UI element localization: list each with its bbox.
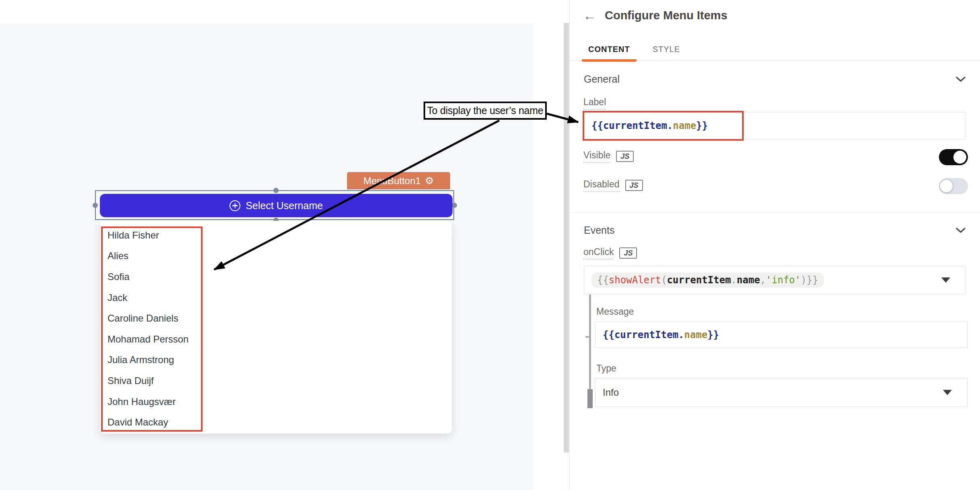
widget-name-label: MenuButton1 xyxy=(363,175,421,187)
plus-circle-icon xyxy=(229,200,240,211)
visible-label: Visible xyxy=(583,150,610,163)
section-divider xyxy=(569,212,980,213)
menu-item[interactable]: Jack xyxy=(100,287,452,308)
menu-item[interactable]: Caroline Daniels xyxy=(100,308,452,329)
label-input[interactable]: {{currentItem.name}} xyxy=(584,112,966,139)
message-label: Message xyxy=(596,306,634,317)
tab-style[interactable]: STYLE xyxy=(646,45,686,60)
section-heading-general: General xyxy=(584,73,620,85)
disabled-js-toggle[interactable]: JS xyxy=(625,180,643,191)
widget-name-tag[interactable]: MenuButton1 ⚙ xyxy=(347,172,450,189)
chevron-down-icon[interactable] xyxy=(956,77,966,82)
menu-item[interactable]: John Haugsvær xyxy=(100,391,452,412)
annotation-callout: To display the user’s name xyxy=(424,102,547,120)
menu-item[interactable]: Hilda Fisher xyxy=(100,225,452,246)
onclick-action-select[interactable]: {{showAlert(currentItem.name,'info')}} xyxy=(584,266,966,294)
menu-button-label: Select Username xyxy=(246,200,323,212)
menu-item[interactable]: Sofia xyxy=(100,266,452,287)
menu-item[interactable]: Julia Armstrong xyxy=(100,350,452,371)
pane-title: Configure Menu Items xyxy=(605,9,728,22)
back-arrow-icon[interactable]: ← xyxy=(583,9,596,22)
type-select[interactable]: Info xyxy=(595,378,968,407)
menu-item[interactable]: David Mackay xyxy=(100,412,452,433)
app-root: MenuButton1 ⚙ Select Username Hilda Fish… xyxy=(0,0,980,490)
property-pane: ← Configure Menu Items CONTENT STYLE xyxy=(569,0,980,490)
resize-handle-left[interactable] xyxy=(93,203,98,208)
label-input-value: {{currentItem.name}} xyxy=(591,120,708,131)
label-field-label: Label xyxy=(583,97,606,110)
pane-tabs: CONTENT STYLE xyxy=(570,40,980,61)
tab-content[interactable]: CONTENT xyxy=(582,45,637,60)
menu-button-widget[interactable]: Select Username xyxy=(100,194,453,217)
chevron-down-icon[interactable] xyxy=(956,228,966,233)
nested-fields-scrollbar-thumb[interactable] xyxy=(587,389,593,408)
onclick-js-toggle[interactable]: JS xyxy=(619,247,637,259)
visible-js-toggle[interactable]: JS xyxy=(616,151,634,162)
disabled-label: Disabled xyxy=(583,179,620,192)
message-input-value: {{currentItem.name}} xyxy=(603,329,719,341)
visible-toggle[interactable] xyxy=(939,149,968,165)
type-label: Type xyxy=(596,363,616,374)
section-heading-events: Events xyxy=(584,224,614,236)
onclick-action-value: {{showAlert(currentItem.name,'info')}} xyxy=(591,272,824,288)
menu-dropdown: Hilda FisherAliesSofiaJackCaroline Danie… xyxy=(100,221,452,434)
resize-handle-top[interactable] xyxy=(273,188,279,193)
message-input[interactable]: {{currentItem.name}} xyxy=(595,322,968,348)
gear-icon[interactable]: ⚙ xyxy=(425,176,434,186)
menu-item[interactable]: Alies xyxy=(100,246,452,267)
disabled-toggle[interactable] xyxy=(939,178,968,194)
type-select-value: Info xyxy=(603,387,619,398)
caret-down-icon xyxy=(941,278,950,283)
canvas-scrollbar[interactable] xyxy=(564,23,569,453)
annotation-text: To display the user’s name xyxy=(427,105,544,116)
caret-down-icon xyxy=(943,390,952,395)
nested-fields-tick xyxy=(585,336,589,338)
menu-item[interactable]: Shiva Duijf xyxy=(100,370,452,391)
menu-item[interactable]: Mohamad Persson xyxy=(100,329,452,350)
onclick-label: onClick xyxy=(583,247,614,260)
